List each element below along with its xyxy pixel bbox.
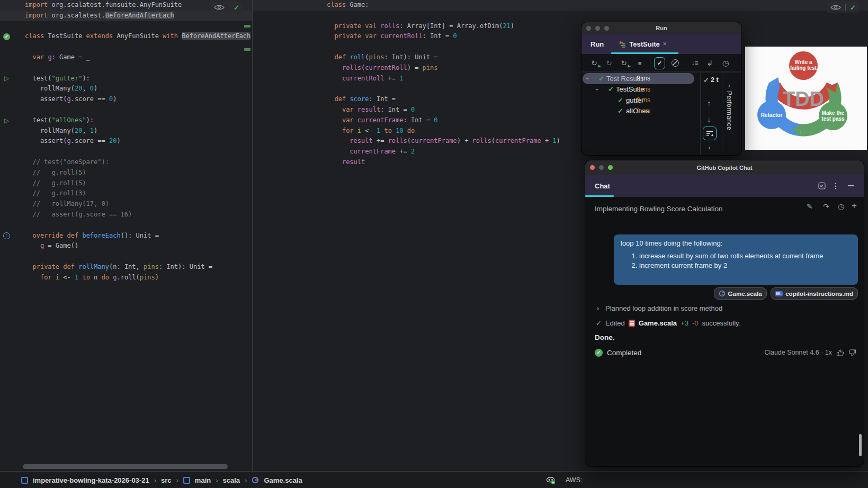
previous-test-icon[interactable]: ↑ xyxy=(707,98,711,107)
test-passed-icon: ✓ xyxy=(598,73,604,84)
divider xyxy=(229,4,229,11)
tab-testsuite[interactable]: TestSuite × xyxy=(619,40,667,48)
divider xyxy=(845,4,846,11)
rerun-icon[interactable]: ↻ xyxy=(604,54,614,72)
collapsed-step-row[interactable]: › Planned loop addition in score method xyxy=(597,304,722,312)
chevron-right-icon: › xyxy=(154,476,156,484)
thumbs-up-icon[interactable] xyxy=(836,349,844,357)
code-line: import org.scalatest.funsuite.AnyFunSuit… xyxy=(25,0,182,11)
context-chip-game-scala[interactable]: Game.scala xyxy=(714,287,767,300)
import-test-results-icon[interactable]: ↲ xyxy=(704,54,715,72)
code-line: for i <- 1 to 10 do xyxy=(327,126,415,137)
completed-check-icon: ✓ xyxy=(595,349,603,357)
analysis-ok-icon[interactable]: ✓ xyxy=(850,4,856,12)
list-item: increase result by sum of two rolls elem… xyxy=(639,251,824,261)
code-line: private val rolls: Array[Int] = Array.of… xyxy=(327,21,514,32)
new-chat-icon[interactable]: + xyxy=(852,201,857,211)
edited-file-name[interactable]: Game.scala xyxy=(639,319,677,327)
run-window-titlebar[interactable]: Run xyxy=(581,22,741,34)
edited-file-row: ✓ Edited Game.scala +3 -0 successfully. xyxy=(596,319,740,327)
gutter-test-row[interactable]: ✓ gutter 9 ms xyxy=(581,95,700,106)
expand-panel-icon[interactable]: › xyxy=(708,143,710,151)
edit-prefix: Edited xyxy=(605,319,625,327)
horizontal-scrollbar[interactable] xyxy=(23,464,228,469)
code-line: currentRoll += 1 xyxy=(327,74,404,84)
rerun-tests-icon[interactable]: ↻▶ xyxy=(589,54,599,72)
test-duration: 9 ms xyxy=(637,95,650,106)
history-icon[interactable]: ◷ xyxy=(838,202,844,211)
test-results-row[interactable]: › ✓ Test Results 9 ms xyxy=(581,73,700,84)
allones-test-row[interactable]: ✓ allOnes 0 ms xyxy=(581,106,700,117)
tab-chat[interactable]: Chat xyxy=(595,182,610,190)
minimize-window-icon[interactable] xyxy=(595,26,600,31)
code-line: var result: Int = 0 xyxy=(327,105,415,115)
run-tabbar: Run TestSuite × xyxy=(581,34,741,54)
code-line: rollMany(20, 0) xyxy=(25,84,97,94)
chat-scrollbar[interactable] xyxy=(859,434,862,456)
redo-icon[interactable]: ↷ xyxy=(823,202,829,211)
code-line: result xyxy=(327,157,365,168)
show-ignored-icon[interactable] xyxy=(670,54,681,72)
code-line: var currentFrame: Int = 0 xyxy=(327,115,438,126)
scala-file-icon xyxy=(719,290,726,297)
hide-panel-icon[interactable] xyxy=(848,185,854,186)
completed-label: Completed xyxy=(607,349,641,357)
collapse-strip-icon[interactable]: ‹ xyxy=(728,82,730,89)
breadcrumb-src[interactable]: src xyxy=(161,476,172,484)
zoom-window-icon[interactable] xyxy=(608,165,613,170)
more-options-icon[interactable]: ⋮ xyxy=(832,182,839,190)
quill-edit-icon[interactable]: ✎ xyxy=(807,202,813,211)
chevron-right-icon[interactable]: › xyxy=(597,305,599,312)
minimize-window-icon[interactable] xyxy=(599,165,604,170)
performance-tab-label[interactable]: Performance xyxy=(726,91,733,130)
user-message-text: loop 10 times doing the following: xyxy=(621,239,722,247)
code-line: currentFrame += 2 xyxy=(327,147,415,157)
rerun-failed-tests-icon[interactable]: ↻▶ xyxy=(619,54,629,72)
breadcrumb-project[interactable]: imperative-bowling-kata-2026-03-21 xyxy=(33,476,149,484)
zoom-window-icon[interactable] xyxy=(604,26,609,31)
eye-icon[interactable] xyxy=(830,4,841,11)
eye-icon[interactable] xyxy=(214,4,225,11)
close-window-icon[interactable] xyxy=(590,165,595,170)
lines-added: +3 xyxy=(681,319,688,327)
tab-run[interactable]: Run xyxy=(590,40,604,48)
tdd-center-label: TDD xyxy=(783,88,824,110)
divider xyxy=(650,58,650,68)
code-line: def score: Int = xyxy=(327,94,396,105)
analysis-ok-icon[interactable]: ✓ xyxy=(234,4,239,12)
close-tab-icon[interactable]: × xyxy=(663,40,667,48)
copilot-status-icon[interactable] xyxy=(546,475,556,485)
chat-window-titlebar[interactable]: GitHub Copilot Chat xyxy=(585,160,864,175)
testsuite-row[interactable]: › ✓ TestSuite 9 ms xyxy=(581,84,700,95)
completed-row: ✓ Completed Claude Sonnet 4.6 · 1x xyxy=(595,347,856,358)
run-test-icon[interactable]: ▷ xyxy=(3,115,11,126)
thumbs-down-icon[interactable] xyxy=(848,349,856,357)
run-test-icon[interactable]: ▷ xyxy=(3,74,11,84)
chevron-right-icon: › xyxy=(245,476,247,484)
stop-icon[interactable]: ■ xyxy=(634,54,645,72)
done-text: Done. xyxy=(595,333,615,341)
breadcrumb-main[interactable]: main xyxy=(195,476,211,484)
test-history-icon[interactable]: ◷ xyxy=(720,54,731,72)
breadcrumb-scala[interactable]: scala xyxy=(223,476,240,484)
context-chip-copilot-instructions[interactable]: M↓ copilot-instructions.md xyxy=(771,287,858,300)
override-method-icon[interactable]: ↑ xyxy=(3,231,11,241)
show-passed-icon[interactable]: ✓ xyxy=(654,54,665,72)
chevron-down-icon[interactable]: › xyxy=(592,88,603,91)
chevron-down-icon[interactable]: › xyxy=(583,77,594,79)
editor-left-testsuite[interactable]: import org.scalatest.funsuite.AnyFunSuit… xyxy=(0,0,252,471)
window-controls[interactable] xyxy=(590,160,613,175)
next-test-icon[interactable]: ↓ xyxy=(707,114,711,123)
error-stripe-mark[interactable] xyxy=(244,25,250,28)
aws-status-label[interactable]: AWS: xyxy=(566,472,582,488)
dock-window-icon[interactable] xyxy=(818,182,826,189)
code-line: // rollMany(17, 0) xyxy=(25,199,109,210)
run-class-passed-icon[interactable]: ✓ xyxy=(3,31,11,42)
filter-options-icon[interactable] xyxy=(703,126,717,140)
close-window-icon[interactable] xyxy=(586,26,591,31)
breadcrumb-file[interactable]: Game.scala xyxy=(264,476,302,484)
error-stripe-mark[interactable] xyxy=(244,48,250,51)
window-controls[interactable] xyxy=(586,22,609,34)
svg-text:test pass: test pass xyxy=(821,116,845,122)
sort-by-duration-icon[interactable]: ↓≡ xyxy=(690,54,700,72)
